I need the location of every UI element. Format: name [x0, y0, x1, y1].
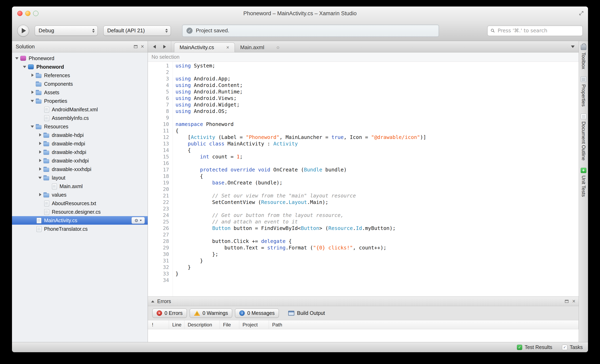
column-project[interactable]: Project	[239, 320, 269, 329]
disclosure-closed-icon[interactable]	[38, 139, 43, 148]
disclosure-closed-icon[interactable]	[30, 71, 36, 80]
tab-overflow-button[interactable]	[567, 41, 579, 52]
side-tab-document-outline[interactable]: Document Outline	[581, 114, 586, 160]
search-input[interactable]	[497, 28, 580, 34]
code-text: };	[176, 251, 218, 258]
status-item-tasks[interactable]: ✓Tasks	[562, 344, 583, 350]
folder-icon	[43, 132, 50, 138]
tree-item-values[interactable]: values	[12, 191, 148, 199]
configuration-select[interactable]: Debug	[35, 26, 98, 36]
line-number: 13	[148, 140, 173, 147]
fullscreen-icon[interactable]	[578, 10, 584, 16]
column-[interactable]: !	[149, 320, 169, 329]
dock-pad-icon[interactable]	[134, 45, 138, 48]
dock-panel-icon[interactable]	[565, 300, 569, 303]
line-number: 19	[148, 179, 173, 186]
button-0-errors[interactable]: ×0 Errors	[152, 308, 187, 318]
column-path[interactable]: Path	[269, 320, 579, 329]
tree-item-assemblyinfo-cs[interactable]: AssemblyInfo.cs	[12, 114, 148, 122]
side-tab-properties[interactable]: Properties	[581, 77, 586, 106]
code-line: 14 {	[148, 147, 579, 154]
device-select[interactable]: Default (API 21)	[103, 26, 171, 36]
disclosure-closed-icon[interactable]	[38, 156, 43, 165]
tab-mainactivity-cs[interactable]: MainActivity.cs×	[174, 42, 235, 52]
tab-close-button[interactable]: ○	[276, 45, 280, 50]
tree-item-drawable-xxxhdpi[interactable]: drawable-xxxhdpi	[12, 165, 148, 173]
side-tab-unit-tests[interactable]: Unit Tests	[581, 168, 586, 197]
tree-item-phoneword[interactable]: Phoneword	[12, 54, 148, 63]
tree-item-resource-designer-cs[interactable]: Resource.designer.cs	[12, 208, 148, 216]
close-pad-icon[interactable]: ×	[141, 44, 144, 49]
errors-panel-controls: ×	[565, 299, 575, 304]
tree-item-aboutresources-txt[interactable]: AboutResources.txt	[12, 199, 148, 208]
tree-item-mainactivity-cs[interactable]: MainActivity.cs⚙	[12, 216, 148, 225]
warning-icon: !	[194, 311, 200, 316]
tree-item-phoneword[interactable]: Phoneword	[12, 63, 148, 71]
gear-icon: ⚙	[134, 218, 138, 223]
line-number: 28	[148, 238, 173, 244]
tree-item-references[interactable]: References	[12, 71, 148, 80]
folder-icon	[36, 90, 42, 95]
disclosure-closed-icon[interactable]	[38, 191, 43, 199]
tree-item-phonetranslator-cs[interactable]: PhoneTranslator.cs	[12, 225, 148, 233]
disclosure-closed-icon[interactable]	[38, 165, 43, 173]
tree-item-androidmanifest-xml[interactable]: AndroidManifest.xml	[12, 105, 148, 114]
button-0-warnings[interactable]: !0 Warnings	[190, 308, 232, 318]
disclosure-closed-icon[interactable]	[30, 88, 36, 97]
disclosure-open-icon[interactable]	[30, 122, 36, 131]
disclosure-open-icon[interactable]	[22, 63, 28, 71]
code-line: 2	[148, 69, 579, 75]
tree-item-label: MainActivity.cs	[44, 217, 77, 224]
tab-main-axml[interactable]: Main.axml○	[235, 42, 285, 52]
side-tab-label: Unit Tests	[581, 176, 586, 197]
code-line: 3using Android.App;	[148, 75, 579, 82]
line-number: 33	[148, 271, 173, 277]
tab-close-button[interactable]: ×	[226, 45, 229, 50]
code-text: using Android.Runtime;	[176, 89, 243, 95]
item-options-button[interactable]: ⚙	[131, 217, 145, 224]
column-line[interactable]: Line	[169, 320, 184, 329]
tree-item-properties[interactable]: Properties	[12, 97, 148, 105]
tree-item-drawable-xxhdpi[interactable]: drawable-xxhdpi	[12, 156, 148, 165]
disclosure-closed-icon[interactable]	[38, 131, 43, 139]
code-text: using Android.Content;	[176, 82, 243, 89]
tree-item-main-axml[interactable]: Main.axml	[12, 182, 148, 191]
tree-item-drawable-mdpi[interactable]: drawable-mdpi	[12, 139, 148, 148]
line-number: 14	[148, 147, 173, 154]
column-file[interactable]: File	[220, 320, 239, 329]
line-number: 30	[148, 251, 173, 258]
tree-item-components[interactable]: Components	[12, 80, 148, 88]
solution-tree: PhonewordPhonewordReferencesComponentsAs…	[12, 52, 148, 342]
column-description[interactable]: Description	[184, 320, 220, 329]
tree-item-label: drawable-hdpi	[52, 132, 84, 138]
build-output-button[interactable]: Build Output	[288, 310, 325, 316]
search-field[interactable]	[487, 25, 583, 36]
tree-item-resources[interactable]: Resources	[12, 122, 148, 131]
tree-item-layout[interactable]: layout	[12, 173, 148, 182]
tree-item-assets[interactable]: Assets	[12, 88, 148, 97]
error-list-empty	[148, 329, 579, 342]
run-button[interactable]	[17, 25, 29, 37]
tree-item-drawable-xhdpi[interactable]: drawable-xhdpi	[12, 148, 148, 156]
code-editor[interactable]: 1using System;23using Android.App;4using…	[148, 62, 579, 297]
side-tab-toolbox[interactable]: Toolbox	[581, 44, 586, 69]
tree-item-drawable-hdpi[interactable]: drawable-hdpi	[12, 131, 148, 139]
status-item-test-results[interactable]: ✓Test Results	[517, 344, 552, 350]
close-panel-icon[interactable]: ×	[572, 299, 575, 304]
collapse-panel-icon[interactable]	[151, 300, 154, 302]
tree-item-label: Main.axml	[59, 183, 83, 189]
button-0-messages[interactable]: i0 Messages	[235, 308, 279, 318]
disclosure-open-icon[interactable]	[14, 54, 20, 63]
titlebar[interactable]: Phoneword – MainActivity.cs – Xamarin St…	[12, 7, 588, 20]
navigate-forward-button[interactable]	[160, 43, 169, 51]
disclosure-closed-icon[interactable]	[38, 148, 43, 156]
navigate-back-button[interactable]	[150, 43, 159, 51]
code-text: using Android.OS;	[176, 108, 227, 115]
tree-item-label: Phoneword	[36, 64, 64, 70]
code-text: public class MainActivity : Activity	[176, 140, 298, 147]
code-line: 30 };	[148, 251, 579, 258]
disclosure-open-icon[interactable]	[38, 173, 43, 182]
disclosure-open-icon[interactable]	[30, 97, 36, 105]
folder-icon	[43, 141, 50, 147]
error-list-columns: !LineDescriptionFileProjectPath	[148, 320, 579, 329]
